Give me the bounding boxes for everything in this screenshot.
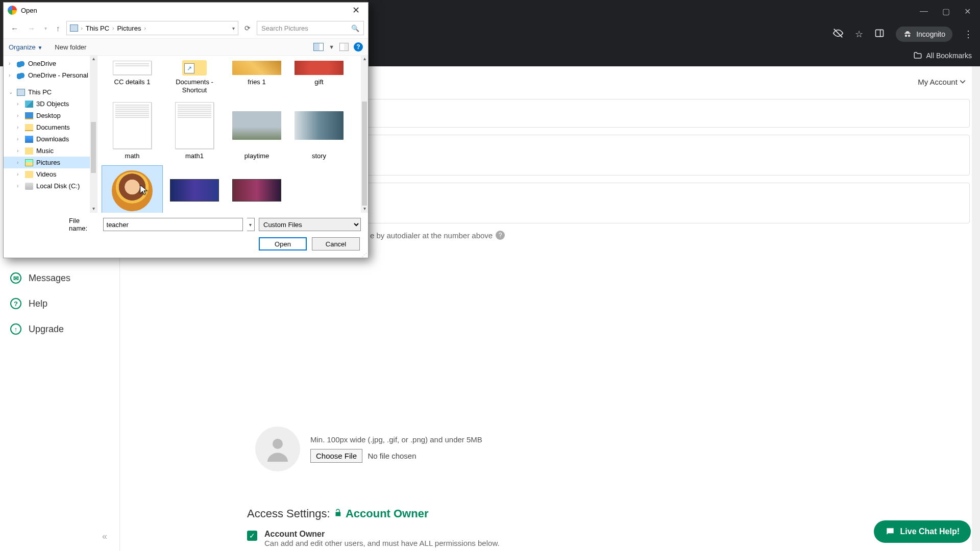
- bookmarks-folder-icon: [913, 51, 922, 61]
- side-panel-icon[interactable]: [874, 28, 885, 41]
- tree-this-pc[interactable]: ⌄This PC: [4, 86, 97, 98]
- browser-close[interactable]: ✕: [964, 7, 971, 16]
- nav-recent-dropdown[interactable]: ▾: [41, 26, 50, 31]
- tree-onedrive[interactable]: ›OneDrive: [4, 58, 97, 69]
- avatar-placeholder: [255, 427, 300, 471]
- file-fries[interactable]: fries 1: [226, 58, 287, 96]
- nav-back-button[interactable]: ←: [8, 24, 21, 33]
- tree-desktop[interactable]: ›Desktop: [4, 110, 97, 121]
- pc-icon: [70, 24, 78, 32]
- file-open-dialog: Open ✕ ← → ▾ ↑ › This PC › Pictures › ▾ …: [3, 2, 369, 258]
- sidebar-item-upgrade[interactable]: ↑ Upgrade: [0, 316, 119, 342]
- file-gift[interactable]: gift: [288, 58, 350, 96]
- browser-chrome: — ▢ ✕ ☆ Incognito ⋮ All Bookmarks: [368, 0, 980, 66]
- avatar-hint: Min. 100px wide (.jpg, .gif, or .png) an…: [310, 435, 482, 444]
- sidebar-collapse-icon[interactable]: «: [102, 531, 107, 542]
- file-ww2[interactable]: ww2: [226, 165, 287, 213]
- browser-minimize[interactable]: —: [920, 7, 928, 16]
- files-scrollbar[interactable]: ▴▾: [361, 56, 368, 213]
- file-name-label: File name:: [69, 217, 99, 232]
- svg-point-3: [273, 439, 283, 449]
- mouse-cursor: [139, 184, 149, 197]
- chrome-app-icon: [8, 6, 17, 15]
- account-owner-checkbox[interactable]: ✓: [247, 531, 257, 541]
- refresh-button[interactable]: ⟳: [241, 24, 254, 32]
- breadcrumb-bar[interactable]: › This PC › Pictures › ▾: [66, 21, 239, 35]
- file-cc-details[interactable]: CC details 1: [102, 58, 163, 96]
- tree-downloads[interactable]: ›Downloads: [4, 133, 97, 145]
- help-icon: ?: [10, 298, 21, 309]
- browser-menu-icon[interactable]: ⋮: [964, 29, 973, 40]
- tree-pictures[interactable]: ›Pictures: [4, 157, 97, 168]
- nav-up-button[interactable]: ↑: [53, 24, 63, 33]
- tree-videos[interactable]: ›Videos: [4, 168, 97, 180]
- consent-text: e by autodialer at the number above ?: [370, 231, 970, 240]
- incognito-eye-icon: [832, 28, 844, 41]
- tree-3d-objects[interactable]: ›3D Objects: [4, 98, 97, 110]
- messages-icon: ✉: [10, 272, 21, 284]
- search-input[interactable]: Search Pictures 🔍: [257, 21, 364, 35]
- dialog-title: Open: [21, 7, 348, 14]
- file-teacher[interactable]: teacher: [102, 165, 163, 213]
- choose-file-button[interactable]: Choose File: [310, 449, 362, 463]
- new-folder-button[interactable]: New folder: [55, 43, 86, 51]
- tree-documents[interactable]: ›Documents: [4, 121, 97, 133]
- all-bookmarks-link[interactable]: All Bookmarks: [926, 52, 972, 60]
- no-file-label: No file chosen: [368, 452, 416, 460]
- account-owner-sub: Can add and edit other users, and must h…: [264, 539, 500, 547]
- account-owner-title: Account Owner: [264, 530, 500, 539]
- file-story[interactable]: story: [288, 99, 350, 162]
- upgrade-icon: ↑: [10, 323, 21, 335]
- unlock-icon: [333, 507, 346, 520]
- organize-menu[interactable]: Organize ▼: [9, 43, 42, 51]
- resize-grip[interactable]: ⋰: [362, 254, 367, 257]
- file-list: CC details 1 ↗ Documents - Shortcut frie…: [97, 56, 368, 213]
- my-account-dropdown[interactable]: My Account: [918, 78, 966, 86]
- tree-music[interactable]: ›Music: [4, 145, 97, 157]
- file-math[interactable]: math: [102, 99, 163, 162]
- incognito-badge[interactable]: Incognito: [896, 27, 952, 42]
- live-chat-button[interactable]: Live Chat Help!: [874, 520, 971, 543]
- cancel-button[interactable]: Cancel: [312, 237, 360, 251]
- tree-local-disk[interactable]: ›Local Disk (C:): [4, 180, 97, 192]
- access-settings-heading: Access Settings: Account Owner: [235, 507, 970, 530]
- dialog-titlebar[interactable]: Open ✕: [4, 3, 368, 18]
- svg-rect-1: [876, 30, 884, 36]
- tree-scrollbar[interactable]: ▴▾: [90, 56, 97, 213]
- sidebar-item-messages[interactable]: ✉ Messages: [0, 265, 119, 291]
- browser-maximize[interactable]: ▢: [942, 7, 950, 16]
- consent-help-icon[interactable]: ?: [496, 231, 505, 240]
- help-button[interactable]: ?: [354, 42, 363, 52]
- view-mode-button[interactable]: [313, 43, 324, 51]
- page-scrollbar[interactable]: [972, 66, 980, 551]
- preview-pane-button[interactable]: [339, 43, 349, 51]
- file-ww[interactable]: ww: [164, 165, 225, 213]
- file-playtime[interactable]: playtime: [226, 99, 287, 162]
- file-name-input[interactable]: [103, 218, 243, 231]
- dialog-close-button[interactable]: ✕: [348, 5, 364, 16]
- nav-forward-button: →: [24, 24, 38, 33]
- file-math1[interactable]: math1: [164, 99, 225, 162]
- nav-tree: ›OneDrive ›OneDrive - Personal ⌄This PC …: [4, 56, 97, 213]
- file-documents-shortcut[interactable]: ↗ Documents - Shortcut: [164, 58, 225, 96]
- file-type-filter[interactable]: Custom Files: [259, 218, 361, 231]
- bookmark-star-icon[interactable]: ☆: [855, 29, 863, 40]
- file-name-history-dropdown[interactable]: ▾: [247, 218, 255, 231]
- tree-onedrive-personal[interactable]: ›OneDrive - Personal: [4, 69, 97, 81]
- open-button[interactable]: Open: [259, 237, 307, 251]
- search-icon: 🔍: [351, 24, 359, 32]
- sidebar-item-help[interactable]: ? Help: [0, 291, 119, 316]
